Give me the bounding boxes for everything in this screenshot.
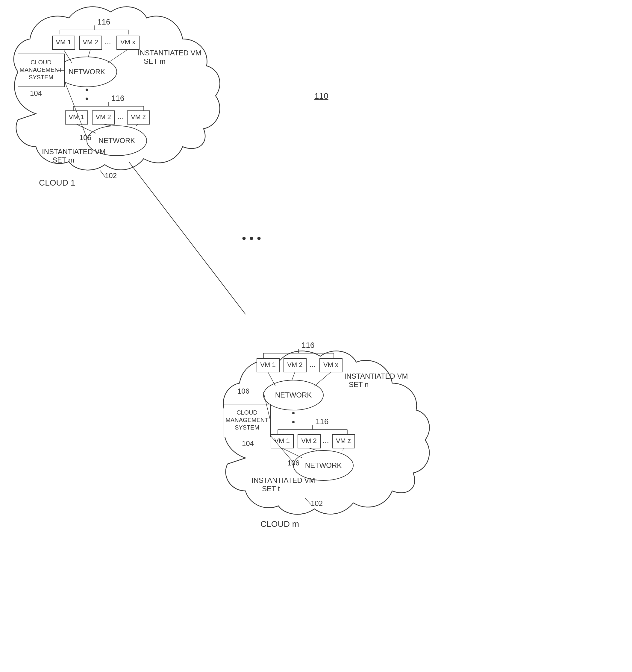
- vm-set-t-label: INSTANTIATED VM: [252, 476, 315, 484]
- svg-line-29: [129, 162, 245, 314]
- svg-line-24: [76, 124, 96, 133]
- svg-text:•: •: [292, 417, 295, 427]
- cloudm-label: CLOUD m: [260, 519, 299, 529]
- vm2-bottom-c1: VM 2: [95, 113, 111, 121]
- vm-set-t-label2: SET t: [262, 485, 280, 493]
- cms1-ref: 104: [30, 89, 42, 97]
- svg-line-58: [343, 448, 344, 451]
- vm1-top-label: VM 1: [56, 38, 71, 46]
- vm-group1-ref-label: 116: [97, 17, 110, 26]
- vmz-bottom-c1: VM z: [131, 113, 146, 121]
- vm-group2-c2-ref: 116: [315, 417, 328, 426]
- vm-set-m-bottom-label2: SET m: [52, 156, 74, 164]
- cloud1-label: CLOUD 1: [39, 178, 75, 187]
- cloud2-ref: 102: [311, 499, 323, 507]
- svg-line-28: [100, 171, 105, 176]
- vm2-top-label: VM 2: [83, 38, 98, 46]
- network-top-c2: NETWORK: [275, 391, 312, 399]
- vmx-top-label: VM x: [120, 38, 135, 46]
- vm1-bottom-c2: VM 1: [274, 437, 289, 445]
- cloud1-ref: 102: [105, 171, 117, 179]
- svg-line-57: [309, 448, 317, 451]
- network-ref2-c2: 106: [287, 459, 299, 467]
- network-bottom-c2: NETWORK: [305, 461, 342, 470]
- cms2-line3: SYSTEM: [235, 424, 259, 431]
- vm-group1-c2-ref: 116: [302, 341, 314, 350]
- svg-line-40: [292, 372, 295, 380]
- svg-line-10: [108, 49, 128, 63]
- network-ref2-c1: 106: [79, 134, 91, 142]
- svg-line-60: [305, 498, 311, 504]
- vm2-bottom-c2: VM 2: [301, 437, 317, 445]
- svg-text:...: ...: [117, 112, 124, 121]
- svg-text:...: ...: [323, 436, 329, 445]
- vm-set-m-bottom-label: INSTANTIATED VM: [42, 148, 106, 155]
- svg-line-39: [268, 372, 276, 386]
- vmx-top-c2: VM x: [323, 361, 338, 368]
- cms1-line3: SYSTEM: [29, 74, 53, 80]
- vm1-top-c2: VM 1: [260, 361, 276, 368]
- svg-line-41: [314, 372, 331, 386]
- vm-ellipsis-top: ...: [104, 37, 111, 46]
- network-top-label: NETWORK: [69, 68, 106, 76]
- vertical-dots-cloud1: •: [85, 85, 89, 95]
- diagram-container: 116 VM 1 VM 2 ... VM x INSTANTIATED VM S…: [0, 0, 632, 672]
- svg-text:•: •: [292, 408, 295, 418]
- svg-line-9: [88, 49, 90, 57]
- vm-set-m-top-label2: SET m: [144, 57, 166, 65]
- horiz-dots: • • •: [242, 232, 261, 245]
- connection-ref: 110: [314, 91, 328, 101]
- cms2-ref: 104: [242, 439, 254, 448]
- network-bottom-c1: NETWORK: [98, 137, 135, 145]
- svg-line-27: [64, 81, 87, 138]
- vm-set-m-top-label: INSTANTIATED VM: [138, 49, 201, 57]
- vmz-bottom-c2: VM z: [336, 437, 351, 445]
- vm1-bottom-c1: VM 1: [69, 113, 84, 121]
- vm-set-n-label: INSTANTIATED VM: [344, 372, 408, 380]
- cms2-line1: CLOUD: [236, 409, 257, 416]
- cms1-line2: MANAGEMENT: [20, 67, 62, 73]
- vm-group2-ref-label: 116: [111, 94, 124, 103]
- cms1-line1: CLOUD: [30, 59, 51, 66]
- vm2-top-c2: VM 2: [287, 361, 302, 368]
- vm-set-n-label2: SET n: [349, 381, 369, 388]
- cms2-line2: MANAGEMENT: [226, 417, 268, 423]
- svg-text:...: ...: [309, 360, 316, 369]
- network-ref1-c2: 106: [237, 387, 250, 395]
- svg-text:•: •: [85, 94, 89, 103]
